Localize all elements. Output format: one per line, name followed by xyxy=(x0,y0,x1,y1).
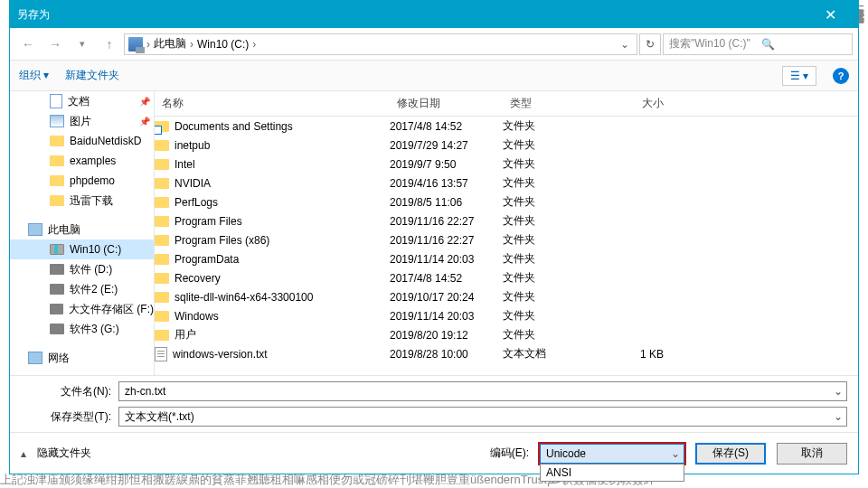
filetype-label: 保存类型(T): xyxy=(21,409,111,425)
chevron-down-icon: ▾ xyxy=(43,69,49,81)
pin-icon: 📌 xyxy=(139,117,150,127)
file-date: 2019/11/16 22:27 xyxy=(390,234,503,247)
file-list-body[interactable]: Documents and Settings2017/4/8 14:52文件夹i… xyxy=(155,117,858,375)
file-row[interactable]: windows-version.txt2019/8/28 10:00文本文档1 … xyxy=(155,344,858,363)
col-size[interactable]: 大小 xyxy=(602,96,675,111)
encoding-label: 编码(E): xyxy=(490,446,529,461)
tree-item-label: BaiduNetdiskD xyxy=(70,135,141,147)
file-date: 2017/4/8 14:52 xyxy=(390,272,503,285)
chevron-down-icon[interactable]: ⌄ xyxy=(671,447,680,460)
tree-item-label: examples xyxy=(70,155,116,167)
drive-icon xyxy=(50,244,64,255)
col-type[interactable]: 类型 xyxy=(503,96,602,111)
file-date: 2019/11/16 22:27 xyxy=(390,215,503,228)
file-row[interactable]: inetpub2019/7/29 14:27文件夹 xyxy=(155,136,858,155)
back-button[interactable]: ← xyxy=(15,32,41,57)
tree-item[interactable]: 此电脑 xyxy=(10,220,154,239)
help-button[interactable]: ? xyxy=(833,68,849,84)
file-row[interactable]: Program Files (x86)2019/11/16 22:27文件夹 xyxy=(155,230,858,249)
encoding-select[interactable]: Unicode ⌄ ANSI xyxy=(540,444,684,464)
nav-bar: ← → ▾ ↑ › 此电脑 › Win10 (C:) › ⌄ ↻ 搜索"Win1… xyxy=(10,28,858,61)
tree-item[interactable]: 大文件存储区 (F:) xyxy=(10,299,154,319)
breadcrumb[interactable]: › 此电脑 › Win10 (C:) › ⌄ xyxy=(124,33,637,55)
view-button[interactable]: ☰ ▾ xyxy=(782,66,816,86)
nav-tree[interactable]: 文档📌图片📌BaiduNetdiskDexamplesphpdemo迅雷下载此电… xyxy=(10,91,155,375)
file-name: NVIDIA xyxy=(175,177,211,190)
file-list: 名称 修改日期 类型 大小 Documents and Settings2017… xyxy=(155,91,858,375)
file-date: 2019/7/29 14:27 xyxy=(390,139,503,152)
tree-item-label: 软件2 (E:) xyxy=(70,282,118,297)
tree-item[interactable]: BaiduNetdiskD xyxy=(10,131,154,151)
file-date: 2019/4/16 13:57 xyxy=(390,177,503,190)
forward-button[interactable]: → xyxy=(42,32,68,57)
encoding-dropdown-item[interactable]: ANSI xyxy=(540,464,684,482)
breadcrumb-segment[interactable]: 此电脑 xyxy=(154,36,186,52)
file-row[interactable]: Windows2019/11/14 20:03文件夹 xyxy=(155,306,858,325)
document-icon xyxy=(50,94,62,108)
file-name: Program Files (x86) xyxy=(175,234,269,247)
main-area: 文档📌图片📌BaiduNetdiskDexamplesphpdemo迅雷下载此电… xyxy=(10,91,858,375)
tree-item-label: 软件3 (G:) xyxy=(70,322,119,337)
recent-button[interactable]: ▾ xyxy=(70,32,95,57)
file-name: ProgramData xyxy=(175,253,239,266)
tree-item[interactable]: 软件2 (E:) xyxy=(10,279,154,299)
drive-icon xyxy=(50,304,63,314)
cancel-button[interactable]: 取消 xyxy=(777,443,847,465)
tree-item[interactable]: 图片📌 xyxy=(10,111,154,131)
tree-item-label: 此电脑 xyxy=(48,222,80,238)
file-type: 文件夹 xyxy=(503,156,602,172)
tree-item[interactable]: 迅雷下载 xyxy=(10,191,154,211)
file-date: 2019/11/14 20:03 xyxy=(390,310,503,323)
file-row[interactable]: PerfLogs2019/8/5 11:06文件夹 xyxy=(155,192,858,211)
tree-item[interactable]: 文档📌 xyxy=(10,91,154,111)
tree-item[interactable]: 网络 xyxy=(10,348,154,368)
file-type: 文件夹 xyxy=(503,137,602,153)
filename-label: 文件名(N): xyxy=(21,384,111,399)
col-name[interactable]: 名称 xyxy=(155,96,390,111)
file-row[interactable]: Recovery2017/4/8 14:52文件夹 xyxy=(155,268,858,287)
tree-item[interactable]: 软件3 (G:) xyxy=(10,319,154,339)
file-type: 文本文档 xyxy=(503,346,602,361)
drive-icon xyxy=(50,264,64,275)
filetype-select[interactable]: 文本文档(*.txt) ⌄ xyxy=(118,407,847,427)
save-as-dialog: 另存为 ✕ ← → ▾ ↑ › 此电脑 › Win10 (C:) › ⌄ ↻ 搜… xyxy=(9,0,859,474)
col-date[interactable]: 修改日期 xyxy=(390,96,503,111)
tree-item-label: phpdemo xyxy=(70,174,115,187)
up-button[interactable]: ↑ xyxy=(97,32,122,57)
chevron-right-icon: › xyxy=(190,38,193,51)
folder-icon xyxy=(155,197,169,208)
refresh-button[interactable]: ↻ xyxy=(639,33,661,55)
file-row[interactable]: Program Files2019/11/16 22:27文件夹 xyxy=(155,211,858,230)
file-row[interactable]: ProgramData2019/11/14 20:03文件夹 xyxy=(155,249,858,268)
pin-icon: 📌 xyxy=(139,97,150,107)
save-button[interactable]: 保存(S) xyxy=(695,443,766,465)
new-folder-button[interactable]: 新建文件夹 xyxy=(65,68,119,83)
tree-item[interactable]: 软件 (D:) xyxy=(10,259,154,279)
file-row[interactable]: NVIDIA2019/4/16 13:57文件夹 xyxy=(155,174,858,192)
search-input[interactable]: 搜索"Win10 (C:)" 🔍 xyxy=(663,33,853,55)
filename-input[interactable]: zh-cn.txt ⌄ xyxy=(118,381,847,401)
chevron-down-icon[interactable]: ⌄ xyxy=(834,410,843,423)
file-row[interactable]: Intel2019/9/7 9:50文件夹 xyxy=(155,155,858,174)
file-name: inetpub xyxy=(175,139,210,152)
column-headers[interactable]: 名称 修改日期 类型 大小 xyxy=(155,91,858,117)
expand-icon[interactable]: ▴ xyxy=(21,447,26,460)
file-row[interactable]: sqlite-dll-win64-x64-33001002019/10/17 2… xyxy=(155,287,858,306)
tree-item[interactable]: examples xyxy=(10,151,154,171)
tree-item[interactable]: phpdemo xyxy=(10,171,154,191)
breadcrumb-segment[interactable]: Win10 (C:) xyxy=(197,38,249,51)
chevron-down-icon[interactable]: ⌄ xyxy=(834,385,843,398)
file-date: 2019/10/17 20:24 xyxy=(390,291,503,304)
file-type: 文件夹 xyxy=(503,327,602,343)
file-row[interactable]: Documents and Settings2017/4/8 14:52文件夹 xyxy=(155,117,858,136)
tree-item-label: Win10 (C:) xyxy=(70,243,121,256)
chevron-down-icon[interactable]: ⌄ xyxy=(617,38,633,51)
hide-folders-link[interactable]: 隐藏文件夹 xyxy=(37,446,91,461)
folder-icon xyxy=(155,140,169,151)
file-row[interactable]: 用户2019/8/20 19:12文件夹 xyxy=(155,325,858,344)
tree-item[interactable]: Win10 (C:) xyxy=(10,239,154,259)
file-name: Recovery xyxy=(175,272,221,285)
close-button[interactable]: ✕ xyxy=(810,1,851,28)
organize-button[interactable]: 组织 ▾ xyxy=(19,68,49,83)
folder-icon xyxy=(155,178,169,189)
